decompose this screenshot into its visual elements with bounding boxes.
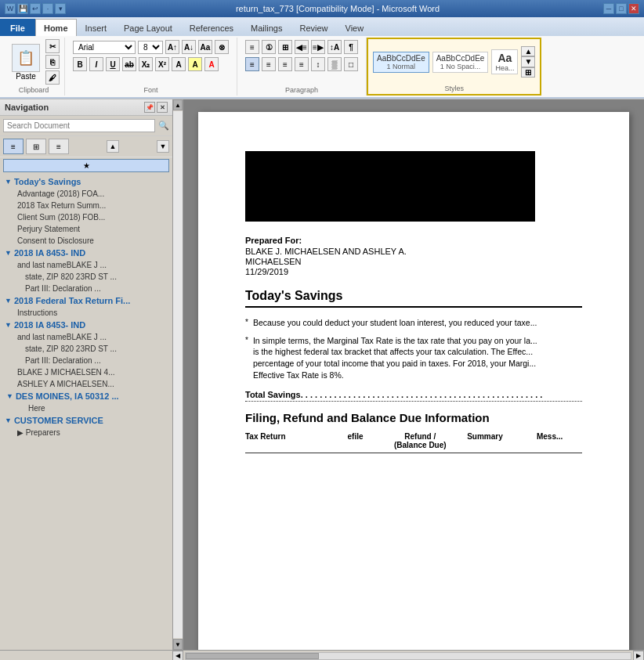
align-left-button[interactable]: ≡ [245,57,259,71]
scrollbar-up-button[interactable]: ▲ [173,99,183,110]
paste-button[interactable]: 📋 Paste [8,41,44,83]
tab-review[interactable]: Review [291,19,336,36]
word-icon: W [5,3,16,14]
nav-section-header-todays-savings[interactable]: ▼ Today's Savings [0,175,172,188]
close-button[interactable]: ✕ [628,3,639,14]
scrollbar-down-button[interactable]: ▼ [173,639,183,650]
format-painter-button[interactable]: 🖌 [45,70,60,85]
styles-up-button[interactable]: ▲ [521,46,535,56]
change-case-button[interactable]: Aa [198,40,212,54]
window-state[interactable]: ▾ [55,3,66,14]
paste-label: Paste [16,72,36,81]
nav-pages-view-button[interactable]: ⊞ [26,139,46,154]
line-spacing-button[interactable]: ↕ [311,57,325,71]
tab-home[interactable]: Home [35,19,77,36]
nav-item-here[interactable]: Here [0,402,172,414]
style-no-spacing[interactable]: AaBbCcDdEe 1 No Spaci... [432,52,489,73]
nav-item-instructions[interactable]: Instructions [0,307,172,319]
show-formatting-button[interactable]: ¶ [344,40,358,54]
shading-button[interactable]: ▒ [327,57,342,71]
text-effects-button[interactable]: A [172,57,186,71]
nav-item-blake[interactable]: BLAKE J MICHAELSEN 4... [0,366,172,378]
paragraph-row-2: ≡ ≡ ≡ ≡ ↕ ▒ □ [242,56,361,72]
table-col-mess: Mess... [517,432,582,449]
underline-button[interactable]: U [106,57,120,71]
font-color-button[interactable]: A [204,57,219,71]
window-controls[interactable]: W 💾 ↩ · ▾ [5,3,66,14]
nav-sub-item-part3-1[interactable]: Part III: Declaration ... [0,283,172,294]
quick-access-1[interactable]: 💾 [17,3,28,14]
copy-button[interactable]: ⎘ [45,55,60,69]
nav-section-header-des-moines[interactable]: ▼ DES MOINES, IA 50312 ... [0,390,172,402]
nav-sub-item-part3-2[interactable]: Part III: Declaration ... [0,355,172,366]
shrink-font-button[interactable]: A↓ [182,40,196,54]
sort-button[interactable]: ↕A [327,40,342,54]
bullets-button[interactable]: ≡ [245,40,259,54]
superscript-button[interactable]: X² [155,57,169,71]
grow-font-button[interactable]: A↑ [165,40,179,54]
nav-item-preparers[interactable]: ▶ Preparers [0,427,172,438]
nav-section-label-customer-service: CUSTOMER SERVICE [14,416,103,425]
quick-access-3[interactable]: · [42,3,53,14]
nav-section-header-ia8453-2[interactable]: ▼ 2018 IA 8453- IND [0,319,172,331]
nav-item-consent[interactable]: Consent to Disclosure [0,235,172,247]
nav-pin-button[interactable]: 📌 [144,102,155,113]
nav-item-lastname-1[interactable]: and last nameBLAKE J ... [0,259,172,271]
subscript-button[interactable]: X₂ [139,57,153,71]
minimize-button[interactable]: ─ [603,3,614,14]
multilevel-button[interactable]: ⊞ [278,40,292,54]
nav-search-input[interactable] [3,119,155,132]
tab-file[interactable]: File [0,19,35,36]
nav-sub-item-zip-1[interactable]: state, ZIP 820 23RD ST ... [0,271,172,283]
nav-headings-view-button[interactable]: ≡ [3,139,24,154]
tab-insert[interactable]: Insert [77,19,116,36]
increase-indent-button[interactable]: ≡▶ [311,40,325,54]
style-heading1[interactable]: Aa Hea... [491,49,518,74]
style-normal[interactable]: AaBbCcDdEe 1 Normal [373,52,429,73]
decrease-indent-button[interactable]: ◀≡ [295,40,309,54]
nav-section-header-federal[interactable]: ▼ 2018 Federal Tax Return Fi... [0,294,172,307]
nav-section-ia8453-2: ▼ 2018 IA 8453- IND and last nameBLAKE J… [0,319,172,414]
nav-sub-item-zip-2[interactable]: state, ZIP 820 23RD ST ... [0,343,172,355]
horizontal-scrollbar[interactable]: ◀ ▶ [0,650,644,660]
tab-references[interactable]: References [181,19,242,36]
align-right-button[interactable]: ≡ [278,57,292,71]
nav-item-tax-return-summ[interactable]: 2018 Tax Return Summ... [0,200,172,211]
tab-view[interactable]: View [337,19,373,36]
nav-previous-button[interactable]: ▲ [107,140,119,153]
nav-item-ashley[interactable]: ASHLEY A MICHAELSEN... [0,378,172,390]
nav-next-button[interactable]: ▼ [157,140,169,153]
nav-section-header-ia8453-1[interactable]: ▼ 2018 IA 8453- IND [0,247,172,259]
paragraph-group: ≡ ① ⊞ ◀≡ ≡▶ ↕A ¶ ≡ ≡ ≡ ≡ ↕ ▒ □ [237,38,367,96]
nav-item-advantage[interactable]: Advantage (2018) FOA... [0,188,172,200]
hscroll-left-button[interactable]: ◀ [172,651,183,661]
tab-mailings[interactable]: Mailings [242,19,291,36]
maximize-button[interactable]: □ [616,3,627,14]
italic-button[interactable]: I [89,57,103,71]
nav-vertical-scrollbar[interactable]: ▲ ▼ [172,99,183,650]
nav-item-client-sum[interactable]: Client Sum (2018) FOB... [0,211,172,223]
clear-format-button[interactable]: ⊗ [215,40,229,54]
cut-button[interactable]: ✂ [45,39,60,53]
hscroll-thumb[interactable] [186,653,319,659]
styles-down-button[interactable]: ▼ [521,56,535,67]
styles-expand-button[interactable]: ⊞ [521,67,535,78]
numbering-button[interactable]: ① [262,40,276,54]
nav-item-perjury[interactable]: Perjury Statement [0,223,172,235]
hscroll-right-button[interactable]: ▶ [633,651,644,661]
align-center-button[interactable]: ≡ [262,57,276,71]
quick-access-2[interactable]: ↩ [30,3,41,14]
bold-button[interactable]: B [73,57,87,71]
highlight-button[interactable]: A [188,57,202,71]
tab-page-layout[interactable]: Page Layout [115,19,181,36]
borders-button[interactable]: □ [344,57,358,71]
strikethrough-button[interactable]: ab [122,57,136,71]
nav-section-header-customer-service[interactable]: ▼ CUSTOMER SERVICE [0,414,172,427]
nav-results-view-button[interactable]: ≡ [49,139,69,154]
nav-close-button[interactable]: ✕ [157,102,168,113]
font-size-select[interactable]: 8 [138,41,163,54]
document-area[interactable]: Prepared For: BLAKE J. MICHAELSEN AND AS… [183,99,644,650]
justify-button[interactable]: ≡ [295,57,309,71]
font-name-select[interactable]: Arial [73,41,136,54]
nav-item-lastname-2[interactable]: and last nameBLAKE J ... [0,331,172,343]
